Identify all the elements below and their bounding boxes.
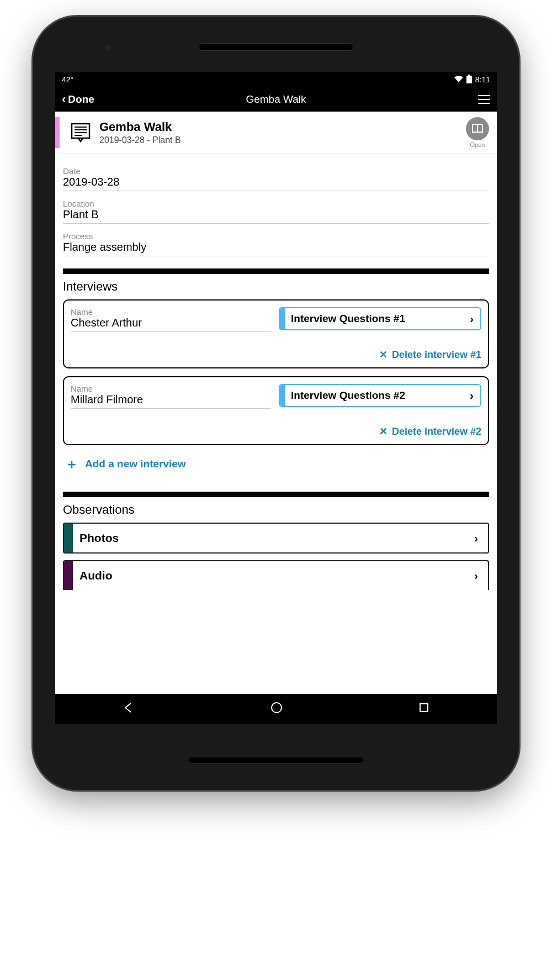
obs-label: Audio: [73, 561, 464, 590]
open-button[interactable]: Open: [466, 117, 489, 148]
chevron-right-icon: ›: [463, 389, 480, 402]
interview-card: Name Chester Arthur Interview Questions …: [63, 299, 489, 368]
phone-bottom-speaker: [188, 757, 364, 763]
screen: 42° 8:11 ‹ Done Gemba Walk: [55, 72, 497, 724]
name-value: Millard Filmore: [71, 393, 271, 409]
name-label: Name: [71, 384, 271, 393]
obs-label: Photos: [73, 524, 464, 552]
date-label: Date: [63, 166, 489, 176]
menu-button[interactable]: [478, 95, 490, 104]
svg-point-7: [272, 703, 282, 713]
date-field[interactable]: Date 2019-03-28: [63, 166, 489, 191]
obs-accent: [64, 524, 73, 552]
plus-icon: ＋: [65, 455, 78, 473]
svg-rect-1: [466, 76, 472, 83]
wifi-icon: [454, 75, 463, 84]
delete-label: Delete interview #1: [392, 349, 481, 361]
status-bar: 42° 8:11: [55, 72, 497, 87]
observations-title: Observations: [63, 503, 489, 517]
name-label: Name: [71, 307, 271, 317]
document-icon: [68, 120, 93, 145]
process-value: Flange assembly: [63, 241, 489, 256]
iq-label: Interview Questions #2: [285, 385, 463, 406]
name-value: Chester Arthur: [71, 317, 271, 332]
obs-accent: [64, 561, 73, 590]
temperature: 42°: [62, 75, 73, 84]
delete-interview-button[interactable]: ✕ Delete interview #1: [71, 349, 481, 361]
record-accent: [55, 117, 60, 148]
phone-camera: [105, 44, 112, 51]
location-label: Location: [63, 199, 489, 208]
interview-card: Name Millard Filmore Interview Questions…: [63, 376, 489, 445]
chevron-right-icon: ›: [463, 313, 480, 325]
photos-button[interactable]: Photos ›: [63, 523, 489, 554]
chevron-right-icon: ›: [464, 532, 488, 545]
delete-label: Delete interview #2: [392, 426, 481, 438]
interviewee-name-field[interactable]: Name Millard Filmore: [71, 384, 271, 409]
iq-accent: [280, 385, 285, 406]
record-info: Gemba Walk 2019-03-28 - Plant B: [99, 120, 466, 145]
svg-rect-0: [468, 75, 470, 76]
process-field[interactable]: Process Flange assembly: [63, 231, 489, 256]
svg-rect-8: [420, 704, 428, 712]
add-interview-button[interactable]: ＋ Add a new interview: [63, 453, 489, 480]
close-icon: ✕: [379, 349, 388, 361]
back-button[interactable]: ‹ Done: [62, 93, 94, 106]
chevron-right-icon: ›: [464, 570, 488, 582]
record-title: Gemba Walk: [99, 120, 466, 134]
book-open-icon: [471, 123, 484, 135]
clock: 8:11: [475, 75, 490, 84]
record-subtitle: 2019-03-28 - Plant B: [99, 135, 466, 145]
svg-rect-2: [72, 124, 89, 138]
android-recents-button[interactable]: [419, 703, 429, 715]
back-label: Done: [68, 93, 94, 106]
section-divider: [63, 492, 489, 497]
record-header: Gemba Walk 2019-03-28 - Plant B Open: [55, 112, 497, 154]
android-home-button[interactable]: [270, 702, 283, 716]
open-label: Open: [466, 141, 489, 148]
android-back-button[interactable]: [123, 702, 134, 715]
chevron-left-icon: ‹: [62, 93, 66, 106]
audio-button[interactable]: Audio ›: [63, 560, 489, 590]
section-divider: [63, 268, 489, 274]
date-value: 2019-03-28: [63, 176, 489, 191]
page-title: Gemba Walk: [246, 93, 306, 106]
interview-questions-button[interactable]: Interview Questions #2 ›: [279, 384, 481, 407]
location-value: Plant B: [63, 208, 489, 224]
interview-questions-button[interactable]: Interview Questions #1 ›: [279, 307, 481, 330]
close-icon: ✕: [379, 425, 388, 438]
location-field[interactable]: Location Plant B: [63, 199, 489, 224]
interviews-title: Interviews: [63, 280, 489, 294]
nav-bar: ‹ Done Gemba Walk: [55, 87, 497, 112]
content: Date 2019-03-28 Location Plant B Process…: [55, 154, 497, 694]
android-nav-bar: [55, 694, 497, 724]
interviewee-name-field[interactable]: Name Chester Arthur: [71, 307, 271, 332]
iq-accent: [280, 308, 285, 329]
iq-label: Interview Questions #1: [285, 308, 463, 329]
add-label: Add a new interview: [85, 458, 186, 470]
delete-interview-button[interactable]: ✕ Delete interview #2: [71, 425, 481, 438]
phone-speaker: [199, 43, 353, 51]
process-label: Process: [63, 231, 489, 241]
battery-icon: [466, 75, 472, 85]
status-right: 8:11: [454, 75, 490, 85]
phone-frame: 42° 8:11 ‹ Done Gemba Walk: [33, 17, 519, 790]
